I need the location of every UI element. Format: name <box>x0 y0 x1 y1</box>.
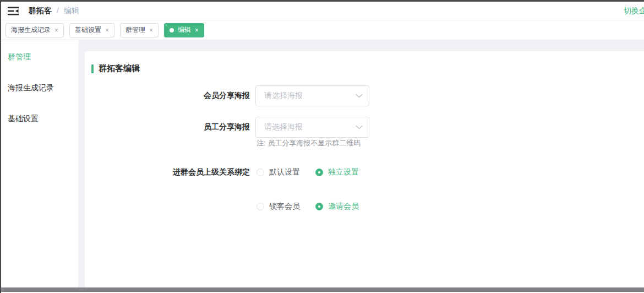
tab-label: 海报生成记录 <box>11 25 51 35</box>
page-title-text: 群拓客编辑 <box>99 63 140 74</box>
radio-circle-icon <box>315 169 323 176</box>
tag-view-bar: 海报生成记录 × 基础设置 × 群管理 × 编辑 × <box>1 20 644 40</box>
breadcrumb-current: 编辑 <box>64 6 79 15</box>
breadcrumb-root[interactable]: 群拓客 <box>29 6 52 15</box>
radio-label: 默认设置 <box>269 167 300 177</box>
radio-invite-member[interactable]: 邀请会员 <box>315 202 359 211</box>
tab-basic-settings[interactable]: 基础设置 × <box>69 23 114 37</box>
tab-label: 群管理 <box>125 25 145 35</box>
staff-poster-select[interactable]: 请选择海报 <box>255 117 369 138</box>
workspace: 群管理 海报生成记录 基础设置 群拓客编辑 会员分享海报 请选择海报 <box>1 40 644 287</box>
relation-bind-radio-group-1: 默认设置 独立设置 <box>256 166 488 179</box>
sidebar-collapse-icon[interactable] <box>8 7 19 15</box>
content-card: 群拓客编辑 会员分享海报 请选择海报 员工分享海报 请选择海报 <box>85 51 644 287</box>
member-poster-label: 会员分享海报 <box>85 91 250 101</box>
close-icon[interactable]: × <box>105 27 109 34</box>
sidebar-item-poster-records[interactable]: 海报生成记录 <box>1 72 79 103</box>
app-window: 群拓客/编辑 切换企 海报生成记录 × 基础设置 × 群管理 × 编辑 × 群管… <box>0 0 644 293</box>
radio-circle-icon <box>315 203 323 210</box>
window-bottom-edge <box>1 287 644 292</box>
tab-edit-active[interactable]: 编辑 × <box>164 23 204 37</box>
top-header: 群拓客/编辑 切换企 <box>1 2 644 20</box>
radio-lock-member[interactable]: 锁客会员 <box>256 202 300 211</box>
switch-enterprise-link[interactable]: 切换企 <box>624 6 644 16</box>
member-poster-select[interactable]: 请选择海报 <box>255 85 369 106</box>
active-dot-icon <box>170 28 174 32</box>
radio-label: 独立设置 <box>328 167 359 177</box>
tab-group-manage[interactable]: 群管理 × <box>120 23 159 37</box>
radio-label: 锁客会员 <box>269 202 300 211</box>
form-row-relation-bind-2: 锁客会员 邀请会员 <box>85 200 644 213</box>
tab-poster-records[interactable]: 海报生成记录 × <box>6 23 64 37</box>
radio-circle-icon <box>256 169 264 176</box>
radio-circle-icon <box>256 203 264 210</box>
close-icon[interactable]: × <box>149 27 153 34</box>
close-icon[interactable]: × <box>195 27 199 34</box>
breadcrumb: 群拓客/编辑 <box>29 6 79 16</box>
radio-default-setting[interactable]: 默认设置 <box>256 167 300 177</box>
sidebar-item-group-manage[interactable]: 群管理 <box>1 41 79 72</box>
chevron-down-icon <box>356 94 363 98</box>
close-icon[interactable]: × <box>54 27 58 34</box>
radio-label: 邀请会员 <box>328 202 359 211</box>
sidebar-menu: 群管理 海报生成记录 基础设置 <box>1 40 79 287</box>
staff-poster-note: 注: 员工分享海报不显示群二维码 <box>256 138 361 148</box>
form-row-staff-poster: 员工分享海报 请选择海报 <box>85 117 644 138</box>
title-accent-bar <box>91 64 94 73</box>
relation-bind-radio-group-2: 锁客会员 邀请会员 <box>256 200 488 213</box>
page-title: 群拓客编辑 <box>91 63 140 74</box>
form-row-relation-bind: 进群会员上级关系绑定 默认设置 独立设置 <box>85 166 644 179</box>
tab-label: 基础设置 <box>75 25 101 35</box>
staff-poster-label: 员工分享海报 <box>85 122 250 132</box>
sidebar-item-basic-settings[interactable]: 基础设置 <box>1 103 79 134</box>
breadcrumb-separator: / <box>57 6 59 15</box>
radio-independent-setting[interactable]: 独立设置 <box>315 167 359 177</box>
form-row-member-poster: 会员分享海报 请选择海报 <box>85 85 644 106</box>
select-placeholder: 请选择海报 <box>264 91 303 101</box>
chevron-down-icon <box>356 125 363 129</box>
tab-label: 编辑 <box>178 25 191 35</box>
relation-bind-label: 进群会员上级关系绑定 <box>85 167 250 177</box>
select-placeholder: 请选择海报 <box>264 122 303 132</box>
